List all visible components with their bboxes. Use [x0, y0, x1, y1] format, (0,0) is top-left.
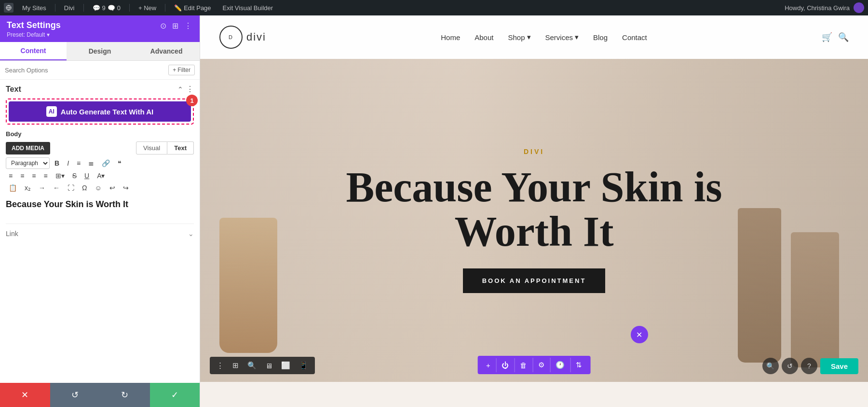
bottle-right2 [791, 232, 839, 367]
link-section[interactable]: Link ⌄ [6, 224, 194, 243]
wordpress-icon[interactable] [4, 3, 14, 13]
text-section-title: Text [6, 85, 21, 94]
sidebar-content: Text ⌃ ⋮ AI Auto Generate Text With AI 1 [0, 80, 200, 383]
editor-content[interactable]: Because Your Skin is Worth It [6, 195, 194, 224]
divi-menu[interactable]: Divi [61, 0, 78, 15]
help-btn[interactable]: ? [801, 358, 817, 374]
paragraph-select[interactable]: Paragraph [6, 157, 50, 169]
module-close-btn[interactable]: ✕ [631, 326, 648, 343]
filter-btn[interactable]: + Filter [168, 65, 195, 75]
new-label: + New [138, 4, 156, 12]
tab-design[interactable]: Design [67, 42, 133, 60]
search-input[interactable] [5, 67, 168, 74]
hero-cta-btn[interactable]: BOOK AN APPOINTMENT [463, 268, 606, 293]
my-sites-menu[interactable]: My Sites [19, 0, 49, 15]
filter-label: Filter [177, 67, 190, 73]
sidebar-title: Text Settings [7, 20, 61, 30]
more-btn[interactable]: ⋮ [183, 20, 193, 31]
comment-icon: 💬 [93, 4, 100, 12]
redo-editor-btn[interactable]: ↪ [120, 182, 132, 193]
module-gear-btn[interactable]: ⚙ [533, 358, 549, 372]
blockquote-btn[interactable]: ❝ [115, 158, 124, 168]
howdy-label: Howdy, Christina Gwira [785, 4, 850, 12]
indent-btn[interactable]: → [36, 182, 48, 193]
module-add-btn[interactable]: + [481, 358, 495, 372]
close-btn[interactable]: ✕ [0, 383, 50, 407]
columns-btn[interactable]: ⊞ [171, 20, 179, 31]
main-layout: Text Settings Preset: Default ▾ ⊙ ⊞ ⋮ Co… [0, 15, 868, 407]
section-settings-btn[interactable]: ⋮ [213, 359, 228, 372]
strikethrough-btn[interactable]: S [69, 170, 80, 181]
link-btn[interactable]: 🔗 [99, 158, 113, 168]
sidebar-tabs: Content Design Advanced [0, 42, 200, 61]
focus-mode-btn[interactable]: ⊙ [159, 20, 167, 31]
section-controls: ⌃ ⋮ [177, 84, 194, 94]
paste-btn[interactable]: 📋 [6, 182, 20, 193]
exit-visual-builder-btn[interactable]: Exit Visual Builder [220, 0, 276, 15]
nav-shop[interactable]: Shop ▾ [508, 33, 530, 42]
color-btn[interactable]: A▾ [94, 170, 108, 181]
special-char-btn[interactable]: Ω [79, 182, 90, 193]
italic-btn[interactable]: I [64, 158, 72, 168]
cart-icon[interactable]: 🛒 [822, 32, 832, 42]
hero-title: Because Your Skin is Worth It [317, 165, 751, 254]
redo-btn[interactable]: ↻ [100, 383, 150, 407]
admin-bar-right: Howdy, Christina Gwira [785, 2, 864, 13]
add-media-btn[interactable]: ADD MEDIA [6, 142, 50, 154]
module-power-btn[interactable]: ⏻ [496, 358, 514, 372]
separator4 [165, 4, 165, 12]
module-layout-btn[interactable]: ⇅ [570, 358, 587, 372]
nav-about[interactable]: About [475, 33, 493, 42]
nav-contact[interactable]: Contact [622, 33, 647, 42]
ol-btn[interactable]: ≣ [85, 158, 97, 168]
ai-icon: AI [46, 106, 57, 117]
hero-content: DIVI Because Your Skin is Worth It BOOK … [317, 148, 751, 294]
tab-text-btn[interactable]: Text [167, 141, 194, 154]
nav-services[interactable]: Services ▾ [545, 33, 579, 42]
section-mobile-btn[interactable]: 📱 [295, 359, 312, 372]
module-clock-btn[interactable]: 🕐 [550, 358, 570, 372]
confirm-btn[interactable]: ✓ [150, 383, 200, 407]
emoji-btn[interactable]: ☺ [92, 182, 104, 193]
section-search-btn[interactable]: 🔍 [244, 359, 260, 372]
section-menu-icon[interactable]: ⋮ [186, 84, 194, 94]
collapse-icon[interactable]: ⌃ [177, 85, 183, 93]
new-menu[interactable]: + New [136, 0, 159, 15]
section-tablet-btn[interactable]: ⬜ [277, 359, 294, 372]
nav-blog[interactable]: Blog [593, 33, 608, 42]
save-btn[interactable]: Save [820, 358, 858, 374]
undo-btn[interactable]: ↺ [50, 383, 100, 407]
fullscreen-btn[interactable]: ⛶ [65, 182, 77, 193]
my-sites-label: My Sites [22, 4, 46, 12]
table-btn[interactable]: ⊞▾ [53, 170, 68, 181]
user-avatar[interactable] [854, 2, 864, 13]
edit-page-btn[interactable]: ✏️ Edit Page [171, 0, 214, 15]
align-center-btn[interactable]: ≡ [17, 170, 27, 181]
module-delete-btn[interactable]: 🗑 [515, 358, 532, 372]
search-btn[interactable]: 🔍 [762, 358, 779, 374]
ai-generate-btn[interactable]: AI Auto Generate Text With AI [9, 101, 191, 122]
tab-content[interactable]: Content [0, 42, 67, 60]
section-add-row-btn[interactable]: ⊞ [229, 359, 243, 372]
ul-btn[interactable]: ≡ [74, 158, 83, 168]
underline-btn[interactable]: U [81, 170, 92, 181]
align-right-btn[interactable]: ≡ [29, 170, 39, 181]
nav-home[interactable]: Home [441, 33, 460, 42]
align-left-btn[interactable]: ≡ [6, 170, 15, 181]
subscript-btn[interactable]: x₂ [22, 182, 34, 193]
nav-icons: 🛒 🔍 [822, 32, 849, 42]
search-icon[interactable]: 🔍 [838, 32, 849, 42]
section-desktop-btn[interactable]: 🖥 [261, 359, 276, 372]
outdent-btn[interactable]: ← [50, 182, 63, 193]
bold-btn[interactable]: B [52, 158, 62, 168]
align-justify-btn[interactable]: ≡ [41, 170, 51, 181]
undo-editor-btn[interactable]: ↩ [107, 182, 118, 193]
services-chevron-icon: ▾ [575, 33, 579, 42]
editor-text: Because Your Skin is Worth It [6, 199, 128, 209]
logo-circle: D [219, 26, 243, 49]
tab-visual-btn[interactable]: Visual [136, 141, 167, 154]
history-btn[interactable]: ↺ [782, 358, 798, 374]
comments-menu[interactable]: 💬 9 🗨️ 0 [90, 0, 123, 15]
bottom-toolbar-left: ⋮ ⊞ 🔍 🖥 ⬜ 📱 [210, 357, 315, 374]
tab-advanced[interactable]: Advanced [133, 42, 200, 60]
